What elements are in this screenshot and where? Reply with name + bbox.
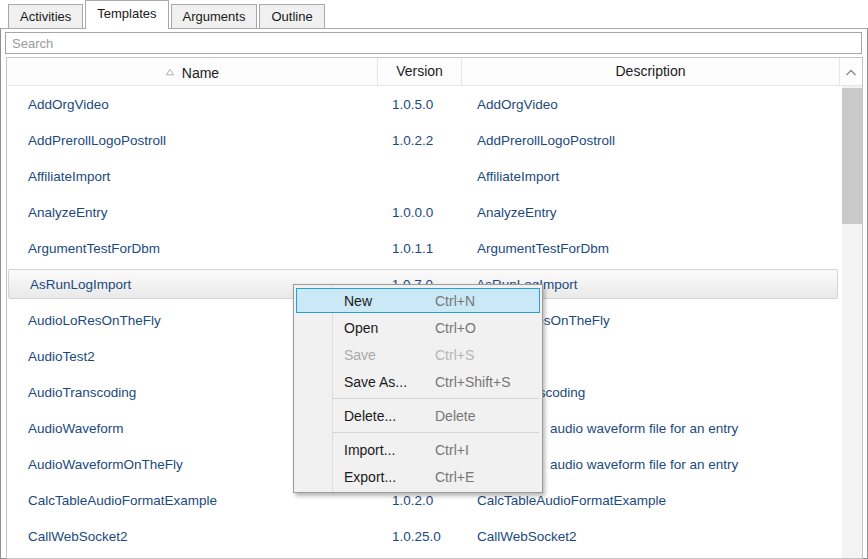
menu-item-label: New	[344, 293, 372, 309]
scrollbar-up-button[interactable]	[840, 58, 862, 86]
cell-description: AddOrgVideo	[462, 97, 840, 112]
table-row[interactable]: AffiliateImport AffiliateImport	[7, 158, 862, 194]
cell-version: 1.0.5.0	[378, 97, 462, 112]
cell-version: 1.0.1.1	[378, 241, 462, 256]
menu-item-shortcut: Ctrl+E	[435, 469, 474, 485]
cell-description: ArgumentTestForDbm	[462, 241, 840, 256]
column-header-name-label: Name	[182, 65, 219, 81]
tab-activities[interactable]: Activities	[8, 4, 83, 28]
menu-item-save-as[interactable]: Save As... Ctrl+Shift+S	[294, 368, 542, 395]
list-header: Name Version Description	[7, 58, 862, 86]
menu-item-label: Import...	[344, 442, 395, 458]
menu-separator	[333, 432, 539, 433]
cell-name: AddOrgVideo	[7, 97, 378, 112]
menu-item-label: Save As...	[344, 374, 407, 390]
table-row[interactable]: CallWebSocket2 1.0.25.0 CallWebSocket2	[7, 518, 862, 554]
cell-name: AnalyzeEntry	[7, 205, 378, 220]
menu-item-label: Open	[344, 320, 378, 336]
column-header-description-label: Description	[615, 63, 685, 79]
tab-arguments[interactable]: Arguments	[171, 4, 258, 28]
menu-item-shortcut: Ctrl+I	[435, 442, 469, 458]
column-header-description[interactable]: Description	[462, 58, 840, 86]
cell-name: AddPrerollLogoPostroll	[7, 133, 378, 148]
cell-description: AffiliateImport	[462, 169, 840, 184]
cell-name: CalcTableAudioFormatExample	[7, 493, 378, 508]
menu-item-shortcut: Ctrl+S	[435, 347, 474, 363]
table-row[interactable]: ArgumentTestForDbm 1.0.1.1 ArgumentTestF…	[7, 230, 862, 266]
menu-item-shortcut: Ctrl+O	[435, 320, 476, 336]
sort-ascending-icon	[165, 58, 175, 85]
tab-strip: Activities Templates Arguments Outline	[0, 0, 868, 28]
menu-item-import[interactable]: Import... Ctrl+I	[294, 436, 542, 463]
vertical-scrollbar[interactable]	[842, 86, 862, 558]
menu-item-open[interactable]: Open Ctrl+O	[294, 314, 542, 341]
search-input[interactable]	[5, 32, 862, 54]
cell-name: ArgumentTestForDbm	[7, 241, 378, 256]
cell-version: 1.0.25.0	[378, 529, 462, 544]
table-row[interactable]: AddPrerollLogoPostroll 1.0.2.2 AddPrerol…	[7, 122, 862, 158]
menu-item-delete[interactable]: Delete... Delete	[294, 402, 542, 429]
tab-outline[interactable]: Outline	[259, 4, 324, 28]
cell-description: CallWebSocket2	[462, 529, 840, 544]
menu-item-shortcut: Delete	[435, 408, 475, 424]
cell-name: CallWebSocket2	[7, 529, 378, 544]
cell-version: 1.0.2.2	[378, 133, 462, 148]
chevron-up-icon	[845, 64, 857, 80]
column-header-name[interactable]: Name	[7, 58, 378, 86]
tab-templates[interactable]: Templates	[85, 0, 168, 29]
cell-description: AddPrerollLogoPostroll	[462, 133, 840, 148]
cell-description: AnalyzeEntry	[462, 205, 840, 220]
cell-version: 1.0.0.0	[378, 205, 462, 220]
menu-item-new[interactable]: New Ctrl+N	[296, 288, 540, 313]
menu-item-shortcut: Ctrl+N	[435, 293, 475, 309]
context-menu: New Ctrl+N Open Ctrl+O Save Ctrl+S Save …	[293, 284, 543, 493]
menu-item-save: Save Ctrl+S	[294, 341, 542, 368]
cell-name: AffiliateImport	[7, 169, 378, 184]
menu-item-label: Delete...	[344, 408, 396, 424]
menu-item-label: Export...	[344, 469, 396, 485]
menu-item-shortcut: Ctrl+Shift+S	[435, 374, 510, 390]
table-row[interactable]: AddOrgVideo 1.0.5.0 AddOrgVideo	[7, 86, 862, 122]
menu-separator	[333, 398, 539, 399]
column-header-version-label: Version	[396, 63, 443, 79]
column-header-version[interactable]: Version	[378, 58, 462, 86]
cell-version: 1.0.2.0	[378, 493, 462, 508]
scrollbar-thumb[interactable]	[842, 88, 862, 224]
menu-item-label: Save	[344, 347, 376, 363]
menu-item-export[interactable]: Export... Ctrl+E	[294, 463, 542, 490]
table-row[interactable]: AnalyzeEntry 1.0.0.0 AnalyzeEntry	[7, 194, 862, 230]
cell-description: CalcTableAudioFormatExample	[462, 493, 840, 508]
